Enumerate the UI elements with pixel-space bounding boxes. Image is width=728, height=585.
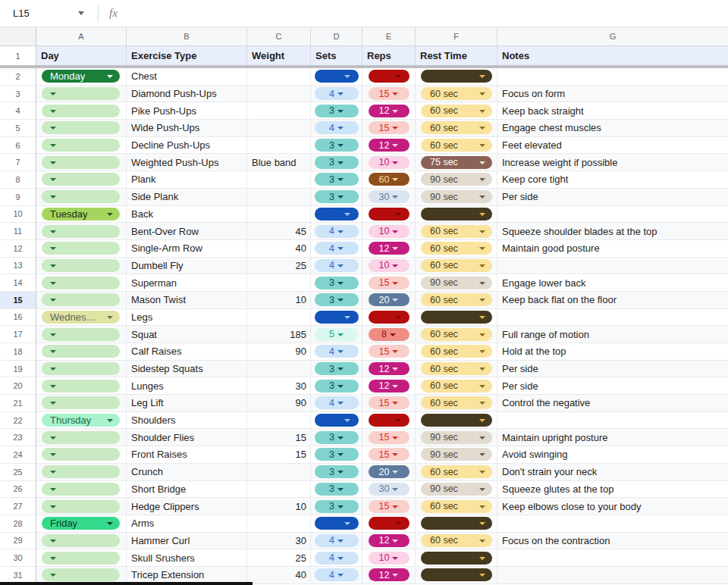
reps-dropdown[interactable]: [369, 208, 410, 221]
cell-reps[interactable]: 12: [362, 137, 416, 155]
cell-weight[interactable]: 30: [247, 533, 311, 550]
cell-day[interactable]: [36, 377, 127, 395]
reps-dropdown[interactable]: 15: [369, 448, 410, 461]
cell-reps[interactable]: 15: [362, 343, 416, 361]
cell-notes[interactable]: [497, 68, 728, 86]
row-header[interactable]: 21: [0, 395, 36, 412]
cell-exercise[interactable]: Short Bridge: [127, 481, 247, 499]
day-dropdown[interactable]: [42, 328, 120, 341]
cell-weight[interactable]: 10: [247, 292, 311, 309]
cell-weight[interactable]: [247, 309, 311, 327]
cell-exercise[interactable]: Back: [127, 206, 247, 224]
cell-exercise[interactable]: Plank: [127, 171, 247, 189]
rest-time-dropdown[interactable]: 90 sec: [421, 448, 492, 461]
cell-day[interactable]: [36, 533, 127, 550]
row-header[interactable]: 4: [0, 102, 36, 120]
cell-notes[interactable]: Maintain good posture: [497, 240, 728, 258]
cell-notes[interactable]: Increase weight if possible: [497, 154, 728, 171]
cell-sets[interactable]: 3: [311, 189, 362, 206]
day-dropdown[interactable]: [42, 277, 120, 289]
cell-notes[interactable]: Engage chest muscles: [497, 120, 728, 137]
day-dropdown[interactable]: [42, 190, 120, 203]
cell-weight[interactable]: 30: [247, 377, 311, 395]
cell-rest-time[interactable]: [416, 515, 497, 533]
day-dropdown[interactable]: [42, 173, 120, 186]
cell-weight[interactable]: 40: [247, 567, 311, 584]
cell-day[interactable]: [36, 361, 127, 378]
cell-sets[interactable]: 3: [311, 361, 362, 378]
sets-dropdown[interactable]: 4: [315, 568, 359, 581]
sets-dropdown[interactable]: [315, 517, 359, 530]
row-header[interactable]: 5: [0, 120, 36, 137]
sets-dropdown[interactable]: 3: [315, 293, 359, 306]
cell-rest-time[interactable]: 60 sec: [416, 86, 497, 103]
reps-dropdown[interactable]: 12: [369, 139, 410, 152]
cell-notes[interactable]: Keep back straight: [497, 102, 728, 120]
cell-day[interactable]: [36, 498, 127, 515]
cell-day[interactable]: [36, 481, 127, 499]
cell-weight[interactable]: [247, 274, 311, 292]
cell-sets[interactable]: [311, 309, 362, 327]
row-header[interactable]: 22: [0, 412, 36, 430]
cell-reps[interactable]: 12: [362, 533, 416, 550]
rest-time-dropdown[interactable]: 60 sec: [421, 380, 492, 393]
row-header[interactable]: 8: [0, 171, 36, 189]
cell-day[interactable]: [36, 343, 127, 361]
reps-dropdown[interactable]: 12: [369, 242, 410, 255]
cell-weight[interactable]: [247, 515, 311, 533]
rest-time-dropdown[interactable]: 90 sec: [421, 431, 492, 444]
cell-day[interactable]: [36, 137, 127, 155]
day-dropdown[interactable]: [42, 121, 120, 134]
day-dropdown[interactable]: [42, 87, 120, 100]
sets-dropdown[interactable]: 3: [315, 139, 359, 152]
cell-weight[interactable]: 90: [247, 395, 311, 412]
day-dropdown[interactable]: [42, 552, 120, 565]
cell-day[interactable]: [36, 171, 127, 189]
day-dropdown[interactable]: [42, 568, 120, 581]
rest-time-dropdown[interactable]: 60 sec: [421, 396, 492, 409]
row-header[interactable]: 14: [0, 274, 36, 292]
day-dropdown[interactable]: [42, 396, 120, 409]
cell-weight[interactable]: 40: [247, 240, 311, 258]
day-dropdown[interactable]: Thursday: [42, 414, 120, 427]
rest-time-dropdown[interactable]: 90 sec: [421, 483, 492, 496]
cell-sets[interactable]: 4: [311, 223, 362, 240]
reps-dropdown[interactable]: 20: [369, 293, 410, 306]
rest-time-dropdown[interactable]: 60 sec: [421, 225, 492, 238]
cell-exercise[interactable]: Skull Srushers: [127, 549, 247, 567]
cell-sets[interactable]: [311, 515, 362, 533]
cell-reps[interactable]: 15: [362, 395, 416, 412]
cell-weight[interactable]: [247, 481, 311, 499]
cell-notes[interactable]: Feet elevated: [497, 137, 728, 155]
cell-rest-time[interactable]: 60 sec: [416, 258, 497, 275]
cell-notes[interactable]: Per side: [497, 377, 728, 395]
cell-exercise[interactable]: Lunges: [127, 377, 247, 395]
rest-time-dropdown[interactable]: 90 sec: [421, 190, 492, 203]
cell-reps[interactable]: 10: [362, 258, 416, 275]
cell-exercise[interactable]: Front Raises: [127, 446, 247, 464]
cell-reps[interactable]: 15: [362, 86, 416, 103]
reps-dropdown[interactable]: 15: [369, 121, 410, 134]
reps-dropdown[interactable]: 12: [369, 380, 410, 393]
cell-reps[interactable]: [362, 206, 416, 224]
rest-time-dropdown[interactable]: 90 sec: [421, 173, 492, 186]
reps-dropdown[interactable]: 12: [369, 534, 410, 547]
rest-time-dropdown[interactable]: 60 sec: [421, 465, 492, 478]
cell-reps[interactable]: 10: [362, 549, 416, 567]
day-dropdown[interactable]: [42, 225, 120, 238]
cell-weight[interactable]: [247, 68, 311, 86]
reps-dropdown[interactable]: 10: [369, 225, 410, 238]
cell-weight[interactable]: [247, 464, 311, 481]
cell-rest-time[interactable]: [416, 309, 497, 327]
reps-dropdown[interactable]: 30: [369, 190, 410, 203]
cell-sets[interactable]: 3: [311, 429, 362, 446]
reps-dropdown[interactable]: 12: [369, 362, 410, 375]
cell-notes[interactable]: Maintain upright posture: [497, 429, 728, 446]
cell-reps[interactable]: [362, 515, 416, 533]
cell-sets[interactable]: 4: [311, 395, 362, 412]
cell-rest-time[interactable]: 75 sec: [416, 154, 497, 171]
row-header[interactable]: 16: [0, 309, 36, 327]
cell-exercise[interactable]: Legs: [127, 309, 247, 327]
rest-time-dropdown[interactable]: [421, 311, 492, 324]
sets-dropdown[interactable]: [315, 311, 359, 324]
